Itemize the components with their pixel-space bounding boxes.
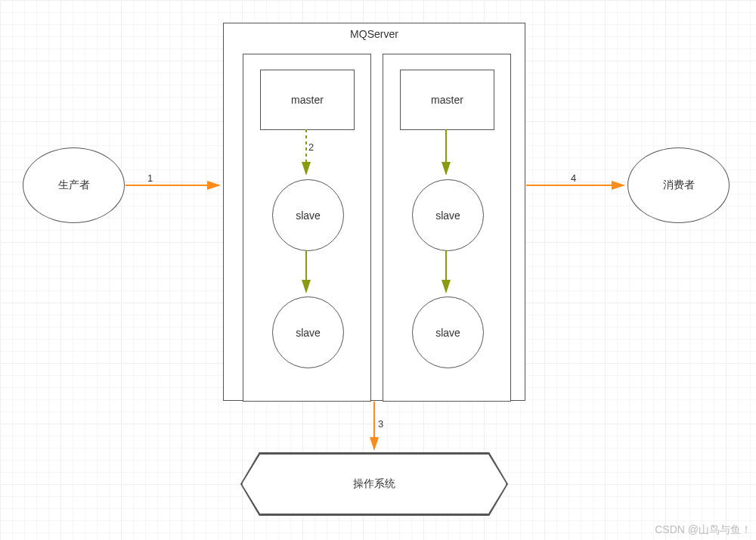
os-label: 操作系统 [353, 477, 395, 491]
arrow-label-2: 2 [308, 141, 314, 153]
slave-label: slave [435, 327, 460, 339]
slave-node-right-1: slave [412, 179, 484, 251]
arrow-label-4: 4 [571, 172, 576, 184]
slave-label: slave [296, 209, 321, 222]
master-label: master [431, 94, 463, 106]
master-box-right: master [400, 70, 494, 130]
slave-node-left-2: slave [272, 296, 344, 368]
slave-node-left-1: slave [272, 179, 344, 251]
master-box-left: master [260, 70, 355, 130]
slave-label: slave [296, 327, 321, 339]
consumer-node: 消费者 [627, 147, 730, 223]
producer-node: 生产者 [23, 147, 125, 223]
arrow-label-3: 3 [378, 418, 383, 430]
os-box: 操作系统 [242, 454, 507, 514]
producer-label: 生产者 [58, 178, 90, 192]
consumer-label: 消费者 [663, 178, 695, 192]
watermark: CSDN @山鸟与鱼！ [655, 523, 751, 537]
mqserver-box: MQServer master slave slave master slave… [223, 23, 525, 401]
slave-label: slave [435, 209, 460, 222]
mqserver-title: MQServer [224, 28, 525, 40]
replica-group-left: master slave slave [243, 54, 371, 402]
slave-node-right-2: slave [412, 296, 484, 368]
master-label: master [291, 94, 324, 106]
replica-group-right: master slave slave [383, 54, 511, 402]
arrow-label-1: 1 [147, 172, 153, 184]
